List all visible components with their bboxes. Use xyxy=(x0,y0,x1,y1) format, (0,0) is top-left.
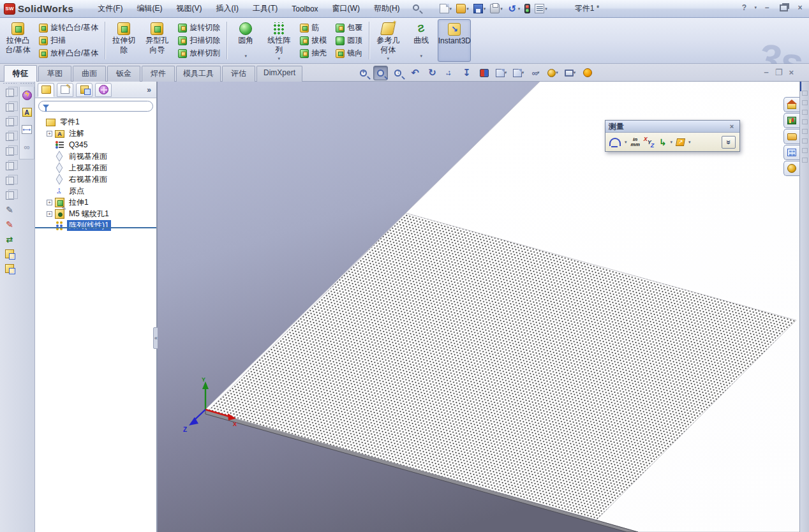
3d-sketch-button[interactable]: ✎ xyxy=(4,219,15,230)
menu-edit[interactable]: 编辑(E) xyxy=(131,1,169,17)
extruded-cut-button[interactable]: 拉伸切 除 xyxy=(107,19,140,62)
draft-button[interactable]: 拔模 xyxy=(298,34,329,47)
doc-minimize-button[interactable]: − xyxy=(764,68,769,77)
rotate-view-button[interactable]: ↻ xyxy=(425,66,440,80)
view-orientation-button[interactable]: ▾ xyxy=(494,66,508,80)
tree-item-linear-pattern1[interactable]: 阵列(线性)1 xyxy=(38,219,156,231)
wrap-button[interactable]: 包覆 xyxy=(334,22,364,34)
tree-item-right-plane[interactable]: 右视基准面 xyxy=(38,174,156,185)
toolbar-grip[interactable] xyxy=(20,82,34,84)
instant3d-button[interactable]: Instant3D xyxy=(438,19,471,62)
tab-sketch[interactable]: 草图 xyxy=(38,66,71,82)
view-back-button[interactable] xyxy=(4,101,15,113)
view-normal-to-button[interactable] xyxy=(4,189,15,201)
close-button[interactable]: × xyxy=(794,2,806,13)
tree-item-front-plane[interactable]: 前视基准面 xyxy=(38,151,156,162)
swept-boss-base-button[interactable]: 扫描 xyxy=(37,34,100,47)
mirror-button[interactable]: 镜向 xyxy=(334,47,364,59)
menu-tools[interactable]: 工具(T) xyxy=(246,1,284,17)
curves-dropdown-icon[interactable]: ▾ xyxy=(420,52,423,60)
pan-button[interactable] xyxy=(442,66,457,80)
appearances-tab[interactable] xyxy=(783,161,799,176)
note-button[interactable]: A xyxy=(21,107,33,118)
curves-button[interactable]: 曲线 ▾ xyxy=(404,19,438,62)
measure-expand-button[interactable] xyxy=(722,136,736,149)
previous-view-button[interactable]: ↶ xyxy=(408,66,422,80)
rebuild-button[interactable] xyxy=(523,3,531,15)
apply-scene-button[interactable]: ▾ xyxy=(563,66,577,80)
tab-surfaces[interactable]: 曲面 xyxy=(73,66,106,82)
sketch-button[interactable]: ✎ xyxy=(4,204,15,216)
measure-dialog[interactable]: 测量 × ▾ in mm X Y Z ↳▾ ▾ xyxy=(605,120,740,152)
dimxpertmanager-tab[interactable] xyxy=(95,83,112,97)
file-explorer-tab[interactable] xyxy=(783,129,799,144)
doc-close-button[interactable]: × xyxy=(789,68,794,77)
tree-item-extrude1[interactable]: 拉伸1 xyxy=(38,196,156,208)
zoom-in-out-button[interactable] xyxy=(390,66,405,80)
dome-button[interactable]: 圆顶 xyxy=(334,34,364,47)
restore-button[interactable] xyxy=(777,2,790,13)
revolved-cut-button[interactable]: 旋转切除 xyxy=(176,22,222,34)
linear-pattern-button[interactable]: 线性阵 列 ▾ xyxy=(262,19,295,62)
xyz-measure-button[interactable]: X Y Z xyxy=(644,137,655,148)
section-view-button[interactable] xyxy=(477,66,491,80)
tab-dimxpert[interactable]: DimXpert xyxy=(256,66,302,82)
measure-close-icon[interactable]: × xyxy=(727,122,736,130)
save-button[interactable]: ▾ xyxy=(472,3,487,15)
rotate-about-axis-button[interactable]: ↧ xyxy=(459,66,474,80)
projection-button[interactable] xyxy=(676,138,685,146)
fillet-dropdown-icon[interactable]: ▾ xyxy=(245,52,248,60)
menu-window[interactable]: 窗口(W) xyxy=(326,1,366,17)
zoom-to-fit-button[interactable] xyxy=(356,66,371,80)
options-button[interactable]: ▾ xyxy=(533,3,549,15)
swept-cut-button[interactable]: 扫描切除 xyxy=(176,34,222,47)
design-library-tab[interactable] xyxy=(783,113,799,128)
new-document-button[interactable]: ▾ xyxy=(438,3,454,15)
featuremanager-tree-tab[interactable] xyxy=(38,83,54,97)
hide-show-items-button[interactable]: ∞▾ xyxy=(528,66,543,80)
revolved-boss-base-button[interactable]: 旋转凸台/基体 xyxy=(37,22,100,34)
linear-pattern-dropdown-icon[interactable]: ▾ xyxy=(278,54,281,63)
search-icon[interactable] xyxy=(413,4,423,14)
tab-mold-tools[interactable]: 模具工具 xyxy=(176,66,221,82)
undo-button[interactable]: ↺▾ xyxy=(506,3,522,15)
expand-toggle-icon[interactable] xyxy=(47,131,52,137)
menu-file[interactable]: 文件(F) xyxy=(91,1,129,17)
tree-filter-input[interactable] xyxy=(52,103,149,110)
arc-measure-icon[interactable] xyxy=(609,138,621,146)
hole-wizard-button[interactable]: 异型孔 向导 xyxy=(140,19,174,62)
propertymanager-tab[interactable] xyxy=(57,83,73,97)
menu-insert[interactable]: 插入(I) xyxy=(210,1,245,17)
configurationmanager-tab[interactable] xyxy=(76,83,93,97)
doc-restore-button[interactable]: ❐ xyxy=(775,68,783,77)
view-left-button[interactable] xyxy=(4,116,15,128)
menu-toolbox[interactable]: Toolbox xyxy=(285,2,324,16)
tab-evaluate[interactable]: 评估 xyxy=(222,66,255,82)
expand-toggle-icon[interactable] xyxy=(47,200,52,205)
measure-title-bar[interactable]: 测量 × xyxy=(605,121,739,133)
help-button[interactable]: ? xyxy=(738,2,750,13)
tree-item-material[interactable]: Q345 xyxy=(38,139,156,151)
minimize-button[interactable]: − xyxy=(761,2,773,13)
view-right-button[interactable] xyxy=(4,131,15,142)
tab-sheet-metal[interactable]: 钣金 xyxy=(107,66,140,82)
tab-features[interactable]: 特征 xyxy=(4,65,37,82)
view-front-button[interactable] xyxy=(4,87,15,98)
tab-weldments[interactable]: 焊件 xyxy=(142,66,175,82)
display-style-button[interactable]: ▾ xyxy=(511,66,526,80)
extrude-cut-shortcut-button[interactable] xyxy=(4,263,15,274)
reference-geometry-button[interactable]: 参考几 何体 ▾ xyxy=(371,19,404,62)
shell-button[interactable]: 抽壳 xyxy=(298,47,329,59)
expand-toggle-icon[interactable] xyxy=(47,211,52,217)
hide-show-annotations-button[interactable]: ∞ xyxy=(21,141,33,152)
collapsed-task-pane-strip[interactable] xyxy=(799,82,809,532)
tree-item-annotations[interactable]: A 注解 xyxy=(38,128,156,139)
open-button[interactable]: ▾ xyxy=(455,3,470,15)
view-settings-button[interactable] xyxy=(580,66,595,80)
view-top-button[interactable] xyxy=(4,145,15,157)
tree-item-origin[interactable]: 原点 xyxy=(38,185,156,196)
extruded-boss-base-button[interactable]: 拉伸凸 台/基体 xyxy=(1,19,34,62)
fillet-button[interactable]: 圆角 ▾ xyxy=(229,19,262,62)
dimxpert-auto-button[interactable] xyxy=(21,89,33,101)
view-palette-tab[interactable] xyxy=(783,145,799,160)
